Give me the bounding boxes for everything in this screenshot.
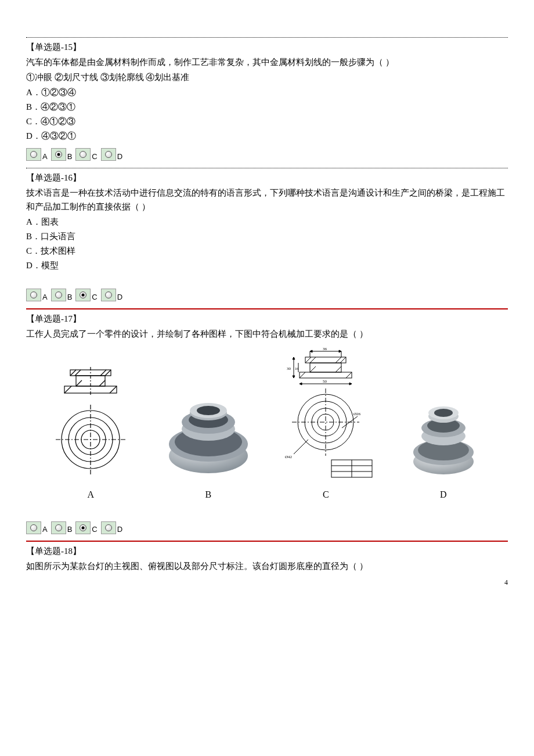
q17-radio-b[interactable] (51, 521, 66, 534)
svg-point-76 (434, 409, 453, 417)
q17-image-b-label: B (205, 487, 211, 502)
svg-text:16: 16 (295, 367, 298, 370)
q15-opt-d: D．④③②① (26, 129, 508, 143)
q16-opt-b: B．口头语言 (26, 229, 508, 243)
q17-radio-c-label: C (92, 519, 97, 536)
q16-opt-d: D．模型 (26, 258, 508, 272)
q17-radio-d-label: D (117, 519, 122, 536)
svg-rect-33 (305, 357, 346, 363)
drawing-a-icon (53, 364, 128, 480)
svg-line-4 (75, 370, 81, 376)
svg-line-36 (305, 357, 311, 363)
svg-text:Ø26: Ø26 (353, 412, 361, 416)
svg-marker-29 (339, 350, 341, 352)
q18-title: 【单选题-18】 (26, 544, 508, 558)
q16-radio-row: A B C D (26, 287, 508, 304)
q15-opt-a: A．①②③④ (26, 85, 508, 99)
q15-sub: ①冲眼 ②划尺寸线 ③划轮廓线 ④划出基准 (26, 70, 508, 84)
q15-stem: 汽车的车体都是由金属材料制作而成，制作工艺非常复杂，其中金属材料划线的一般步骤为… (26, 55, 508, 69)
q15-radio-d[interactable] (101, 148, 116, 161)
svg-text:50: 50 (323, 379, 327, 384)
q17-image-a: A (38, 364, 143, 502)
q16-radio-a[interactable] (26, 289, 41, 301)
q16-radio-b-label: B (67, 287, 73, 304)
divider-accent-q17 (26, 308, 508, 309)
svg-text:Ø42: Ø42 (285, 455, 293, 459)
q16-radio-c[interactable] (75, 289, 91, 301)
page-number: 4 (504, 577, 508, 588)
svg-point-56 (312, 408, 340, 436)
q17-image-a-label: A (87, 487, 94, 502)
q16-radio-d-label: D (117, 287, 122, 304)
q17-image-c: 36 (273, 347, 378, 502)
q15-opt-b: B．④②③① (26, 100, 508, 114)
q17-image-d: D (391, 387, 496, 502)
svg-line-41 (335, 366, 341, 372)
question-18: 【单选题-18】 如图所示为某款台灯的主视图、俯视图以及部分尺寸标注。该台灯圆形… (26, 544, 508, 573)
q15-radio-c[interactable] (75, 148, 91, 161)
q17-image-d-label: D (440, 487, 447, 502)
svg-line-8 (99, 380, 105, 386)
svg-text:30: 30 (287, 366, 291, 371)
svg-line-7 (76, 380, 82, 386)
q16-title: 【单选题-16】 (26, 171, 508, 185)
render-d-icon (406, 387, 481, 480)
q17-radio-row: A B C D (26, 519, 508, 536)
q17-image-c-label: C (323, 487, 329, 502)
svg-line-40 (310, 366, 316, 372)
q15-opt-c: C．④①②③ (26, 114, 508, 128)
q16-radio-b[interactable] (51, 289, 66, 301)
svg-line-39 (335, 357, 341, 363)
svg-line-9 (64, 386, 71, 393)
q15-radio-row: A B C D (26, 146, 508, 163)
svg-marker-51 (300, 383, 302, 385)
q17-stem: 工作人员完成了一个零件的设计，并绘制了各种图样，下图中符合机械加工要求的是（ ） (26, 327, 508, 341)
q17-radio-a-label: A (42, 519, 48, 536)
render-b-icon (162, 387, 255, 480)
q15-title: 【单选题-15】 (26, 40, 508, 54)
svg-marker-52 (349, 383, 352, 385)
svg-line-37 (310, 357, 316, 363)
svg-text:36: 36 (323, 347, 327, 351)
q17-title: 【单选题-17】 (26, 312, 508, 326)
q17-radio-a[interactable] (26, 521, 41, 534)
question-16: 【单选题-16】 技术语言是一种在技术活动中进行信息交流的特有的语言形式，下列哪… (26, 171, 508, 304)
divider-q15-bottom (26, 168, 508, 168)
svg-marker-46 (293, 376, 295, 378)
q17-image-row: A B (26, 347, 508, 502)
svg-line-6 (100, 370, 106, 376)
svg-line-43 (346, 372, 352, 378)
svg-line-42 (300, 372, 305, 378)
svg-rect-35 (300, 372, 352, 378)
q16-radio-c-label: C (92, 287, 97, 304)
q15-radio-b-label: B (67, 146, 73, 163)
q16-radio-d[interactable] (101, 289, 116, 301)
drawing-c-icon: 36 (276, 347, 375, 480)
q16-opt-a: A．图表 (26, 215, 508, 229)
q16-opt-c: C．技术图样 (26, 244, 508, 258)
q17-image-b: B (156, 387, 261, 502)
svg-line-5 (105, 370, 111, 376)
q15-radio-c-label: C (92, 146, 97, 163)
question-15: 【单选题-15】 汽车的车体都是由金属材料制作而成，制作工艺非常复杂，其中金属材… (26, 40, 508, 163)
q15-radio-d-label: D (117, 146, 122, 163)
svg-line-10 (110, 386, 117, 393)
svg-line-60 (294, 440, 308, 454)
question-17: 【单选题-17】 工作人员完成了一个零件的设计，并绘制了各种图样，下图中符合机械… (26, 312, 508, 536)
q16-stem: 技术语言是一种在技术活动中进行信息交流的特有的语言形式，下列哪种技术语言是沟通设… (26, 186, 508, 214)
q17-radio-d[interactable] (101, 521, 116, 534)
q17-radio-b-label: B (67, 519, 73, 536)
svg-line-38 (340, 357, 346, 363)
q17-radio-c[interactable] (75, 521, 91, 534)
svg-line-3 (70, 370, 76, 376)
q15-radio-a-label: A (42, 146, 48, 163)
q15-radio-b[interactable] (51, 148, 66, 161)
q15-radio-a[interactable] (26, 148, 41, 161)
svg-marker-45 (293, 357, 295, 359)
svg-marker-28 (310, 350, 312, 352)
q18-stem: 如图所示为某款台灯的主视图、俯视图以及部分尺寸标注。该台灯圆形底座的直径为（ ） (26, 559, 508, 573)
svg-point-26 (197, 406, 220, 415)
divider-accent-q18 (26, 541, 508, 542)
divider-top (26, 37, 508, 38)
q16-radio-a-label: A (42, 287, 48, 304)
